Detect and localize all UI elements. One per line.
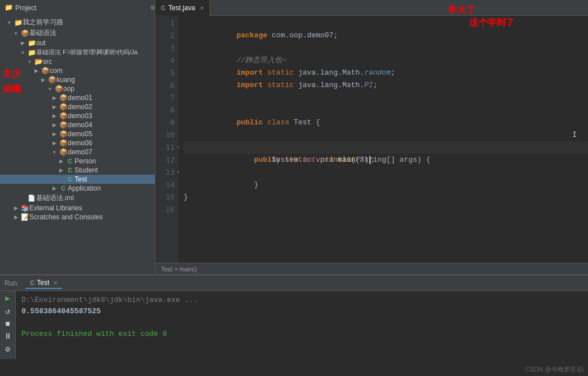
- sidebar-item-student[interactable]: ▶ C Student: [0, 166, 155, 175]
- demo03-label: demo03: [68, 112, 155, 120]
- iml-label: 基础语法.iml: [36, 193, 155, 203]
- sidebar-item-iml[interactable]: 📄 基础语法.iml: [0, 193, 155, 204]
- bottom-sidebar-buttons: ▶ ↺ ■ ⏸ ⚙ ↑ ↩: [0, 291, 16, 359]
- arrow-project-root: ▾: [5, 20, 14, 25]
- demo04-label: demo04: [68, 121, 155, 129]
- code-content[interactable]: package com.oop.demo07; //静态导入包~ import …: [178, 16, 588, 263]
- sidebar-item-out[interactable]: ▶ 📁 out: [0, 38, 155, 47]
- arrow-demo07: ▾: [50, 149, 59, 155]
- settings-button[interactable]: ⚙: [2, 344, 14, 354]
- demo06-icon: 📦: [59, 139, 68, 147]
- student-label: Student: [75, 166, 155, 174]
- code-line-5: import static java.lang.Math.PI;: [184, 67, 588, 79]
- bottom-tab-test[interactable]: C Test ×: [25, 278, 62, 289]
- console-finish-message: Process finished with exit code 0: [21, 329, 582, 340]
- arrow-application: ▶: [50, 185, 59, 191]
- run-button[interactable]: ▶: [2, 293, 14, 303]
- tab-close-icon[interactable]: ×: [200, 5, 203, 11]
- test-label: Test: [75, 175, 155, 183]
- breadcrumb: Test > main(): [155, 263, 588, 274]
- console-result: 0.5583864045587525: [21, 306, 582, 317]
- sidebar-item-scratches[interactable]: ▶ 📝 Scratches and Consoles: [0, 213, 155, 222]
- kuang-label: kuang: [56, 76, 155, 84]
- arrow-demo02: ▶: [50, 104, 59, 110]
- sidebar-item-demo02[interactable]: ▶ 📦 demo02: [0, 102, 155, 111]
- oop-label: oop: [63, 85, 155, 93]
- iml-icon: 📄: [27, 195, 36, 202]
- sidebar-item-kuang[interactable]: ▶ 📦 kuang: [0, 75, 155, 84]
- code-line-15: }: [184, 191, 588, 204]
- code-line-14: [184, 179, 588, 191]
- sidebar-item-demo05[interactable]: ▶ 📦 demo05: [0, 129, 155, 139]
- code-area[interactable]: 1 2 3 4 5 6 7 8 9 10 11 12 13 14 15 16: [155, 16, 588, 263]
- com-label: com: [50, 67, 155, 75]
- arrow-demo04: ▶: [50, 122, 59, 128]
- bottom-panel: Run: C Test × ▶ ↺ ■ ⏸ ⚙ ↑ ↩ D:\Environme…: [0, 274, 588, 359]
- project-gear-icon[interactable]: ⚙: [151, 3, 155, 12]
- demo02-label: demo02: [68, 103, 155, 111]
- code-line-13: [184, 166, 588, 179]
- watermark: CSDN @今晚梦里见i: [525, 365, 583, 374]
- code-line-4: import static java.lang.Math.random;: [184, 54, 588, 67]
- rerun-button[interactable]: ↺: [2, 306, 14, 316]
- run-label: Run:: [5, 279, 19, 287]
- demo02-icon: 📦: [59, 103, 68, 111]
- bottom-content: ▶ ↺ ■ ⏸ ⚙ ↑ ↩ D:\Environment\jdk8\jdk\bi…: [0, 291, 588, 359]
- sidebar-item-person[interactable]: ▶ C Person: [0, 157, 155, 166]
- bottom-tab-label: Test: [37, 279, 49, 287]
- code-line-2: [184, 29, 588, 42]
- sidebar-item-project-root[interactable]: ▾ 📁 我之前学习路: [0, 17, 155, 28]
- sidebar-item-external-libraries[interactable]: ▶ 📚 External Libraries: [0, 204, 155, 213]
- arrow-student: ▶: [56, 167, 66, 173]
- arrow-demo01: ▶: [50, 95, 59, 101]
- sidebar-item-demo04[interactable]: ▶ 📦 demo04: [0, 120, 155, 129]
- tab-file-icon: C: [161, 5, 165, 11]
- breadcrumb-text: Test > main(): [161, 266, 197, 273]
- sidebar-item-com[interactable]: ▶ 📦 com: [0, 66, 155, 75]
- sidebar-item-demo01[interactable]: ▶ 📦 demo01: [0, 93, 155, 102]
- sidebar-item-application[interactable]: ▶ C Application: [0, 184, 155, 193]
- external-libs-icon: 📚: [20, 204, 29, 212]
- code-line-1: package com.oop.demo07;: [184, 17, 588, 29]
- demo05-icon: 📦: [59, 130, 68, 138]
- code-line-6: [184, 79, 588, 92]
- application-class-icon: C: [59, 185, 68, 192]
- sidebar-item-demo06[interactable]: ▶ 📦 demo06: [0, 139, 155, 148]
- src-label: src: [43, 58, 155, 66]
- tab-label: Test.java: [168, 4, 195, 12]
- module-icon: 📦: [20, 29, 29, 37]
- person-class-icon: C: [66, 158, 75, 165]
- module-label: 基础语法 F:\班级管理\网课班\代码/Ja: [36, 48, 155, 57]
- scratches-icon: 📝: [20, 213, 29, 221]
- sidebar-item-basic-grammar-module[interactable]: ▾ 📁 基础语法 F:\班级管理\网课班\代码/Ja: [0, 47, 155, 57]
- stop-button[interactable]: ■: [2, 319, 14, 329]
- test-class-icon: C: [66, 176, 75, 183]
- sidebar-item-test[interactable]: C Test: [0, 175, 155, 184]
- sidebar-item-demo07[interactable]: ▾ 📦 demo07: [0, 148, 155, 157]
- arrow-src: ▾: [25, 59, 34, 64]
- demo05-label: demo05: [68, 130, 155, 138]
- pause-button[interactable]: ⏸: [2, 332, 14, 341]
- oop-icon: 📦: [54, 85, 63, 93]
- console-output: D:\Environment\jdk8\jdk\bin\java.exe ...…: [16, 291, 588, 359]
- arrow-out: ▶: [18, 40, 27, 46]
- sidebar-item-demo03[interactable]: ▶ 📦 demo03: [0, 111, 155, 120]
- sidebar-item-oop[interactable]: ▾ 📦 oop: [0, 84, 155, 93]
- arrow-person: ▶: [56, 158, 66, 164]
- code-line-11: System.out.println(PI);: [184, 141, 588, 154]
- line-numbers: 1 2 3 4 5 6 7 8 9 10 11 12 13 14 15 16: [155, 16, 178, 263]
- console-command-line: D:\Environment\jdk8\jdk\bin\java.exe ...: [21, 295, 582, 306]
- export-button[interactable]: ↑: [2, 357, 14, 359]
- out-folder-icon: 📁: [27, 39, 36, 47]
- demo01-icon: 📦: [59, 94, 68, 102]
- sidebar: ▾ 📁 我之前学习路 ▾ 📦 基础语法 ▶ 📁 out: [0, 16, 155, 274]
- text-cursor-indicator: I: [572, 129, 577, 141]
- sidebar-item-basic-grammar[interactable]: ▾ 📦 基础语法: [0, 28, 155, 38]
- project-label: Project: [15, 4, 36, 12]
- bottom-tab-close[interactable]: ×: [54, 279, 57, 286]
- project-root-label: 我之前学习路: [23, 18, 155, 27]
- tab-test-java[interactable]: C Test.java ×: [155, 0, 210, 16]
- bottom-tab-icon: C: [30, 279, 34, 286]
- student-class-icon: C: [66, 167, 75, 174]
- sidebar-item-src[interactable]: ▾ 📂 src: [0, 57, 155, 66]
